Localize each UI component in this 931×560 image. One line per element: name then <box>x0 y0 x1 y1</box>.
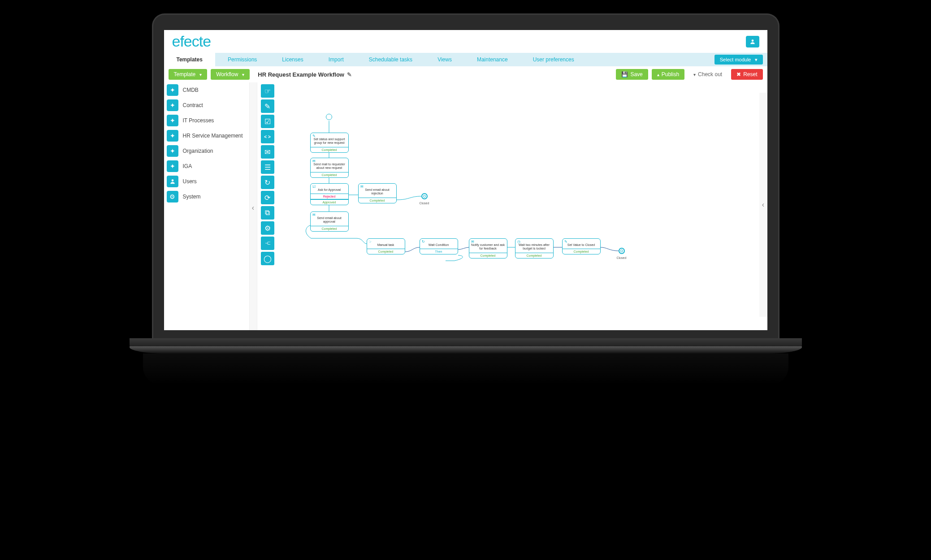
end-label: Closed <box>617 256 627 259</box>
main-nav: Templates Permissions Licenses Import Sc… <box>164 53 767 66</box>
tab-permissions[interactable]: Permissions <box>215 53 269 66</box>
collapse-sidebar-button[interactable]: ‹ <box>249 82 257 330</box>
pointer-icon: ☞ <box>368 240 373 244</box>
mail-icon: ✉ <box>360 185 364 189</box>
node-ask-approval[interactable]: ☑ Ask for Approval Rejected Approved <box>310 183 349 205</box>
check-icon: ☑ <box>312 185 316 189</box>
user-icon <box>167 176 178 187</box>
mail-icon: ✉ <box>312 159 316 163</box>
node-set-status[interactable]: ✎ Set status and support group for new r… <box>310 133 349 153</box>
sidebar-item-cmdb[interactable]: ✦CMDB <box>167 82 249 98</box>
tab-maintenance[interactable]: Maintenance <box>464 53 520 66</box>
checkout-button[interactable]: ▾Check out <box>688 69 727 80</box>
sidebar-item-users[interactable]: Users <box>167 174 249 189</box>
workflow-end-closed[interactable] <box>619 248 625 254</box>
workflow-title: HR Request Example Workflow ✎ <box>258 71 352 78</box>
refresh-icon: ↻ <box>421 240 426 244</box>
sidebar-item-org[interactable]: ✦Organization <box>167 143 249 159</box>
reset-button[interactable]: ✖Reset <box>731 69 762 80</box>
save-button[interactable]: 💾Save <box>616 69 648 80</box>
node-notify-feedback[interactable]: ✉ Notify customer and ask for feedback C… <box>469 238 507 258</box>
node-send-mail-new[interactable]: ✉ Send mail to requester about new reque… <box>310 158 349 178</box>
mail-icon: ✉ <box>471 240 475 244</box>
select-module-dropdown[interactable]: Select module <box>714 55 763 65</box>
workflow-canvas[interactable]: ✎ Set status and support group for new r… <box>257 82 767 330</box>
workflow-dropdown[interactable]: Workflow <box>211 69 250 80</box>
tab-templates[interactable]: Templates <box>164 53 215 66</box>
module-icon: ✦ <box>167 145 178 157</box>
gear-icon: ⚙ <box>167 191 178 202</box>
node-wait-condition[interactable]: ↻ Wait Condition Then <box>420 238 458 254</box>
node-wait-budget[interactable]: ◷ Wait two minutes after budget is locke… <box>515 238 554 258</box>
edit-icon: ✎ <box>564 240 568 244</box>
sidebar-item-system[interactable]: ⚙System <box>167 189 249 204</box>
collapse-right-button[interactable]: ‹ <box>759 93 767 317</box>
user-menu-button[interactable] <box>746 36 759 47</box>
module-icon: ✦ <box>167 99 178 111</box>
node-manual-task[interactable]: ☞ Manual task Completed <box>367 238 405 254</box>
tab-import[interactable]: Import <box>316 53 356 66</box>
node-set-closed[interactable]: ✎ Set Value to Closed Completed <box>562 238 601 254</box>
workflow-start[interactable] <box>326 114 332 120</box>
clock-icon: ◷ <box>517 240 521 244</box>
template-dropdown[interactable]: Template <box>169 69 208 80</box>
tab-schedulable[interactable]: Schedulable tasks <box>356 53 425 66</box>
publish-button[interactable]: Publish <box>652 69 684 80</box>
svg-point-1 <box>171 179 173 181</box>
sidebar-item-itproc[interactable]: ✦IT Processes <box>167 113 249 128</box>
tab-licenses[interactable]: Licenses <box>269 53 316 66</box>
sidebar-item-contract[interactable]: ✦Contract <box>167 98 249 113</box>
module-icon: ✦ <box>167 130 178 142</box>
edit-title-icon[interactable]: ✎ <box>347 71 352 78</box>
end-label: Closed <box>420 202 429 205</box>
workflow-end-rejected[interactable] <box>421 193 428 199</box>
brand-logo: efecte <box>172 33 211 50</box>
tab-prefs[interactable]: User preferences <box>520 53 587 66</box>
toolbar: Template Workflow HR Request Example Wor… <box>164 66 767 82</box>
node-email-rejection[interactable]: ✉ Send email about rejection Completed <box>358 183 397 203</box>
module-icon: ✦ <box>167 160 178 172</box>
mail-icon: ✉ <box>312 213 316 217</box>
sidebar-item-iga[interactable]: ✦IGA <box>167 159 249 174</box>
module-icon: ✦ <box>167 115 178 126</box>
tab-views[interactable]: Views <box>425 53 464 66</box>
node-email-approval[interactable]: ✉ Send email about approval Completed <box>310 211 349 232</box>
module-icon: ✦ <box>167 84 178 96</box>
edit-icon: ✎ <box>312 134 316 138</box>
svg-point-0 <box>751 39 753 42</box>
sidebar: ✦CMDB ✦Contract ✦IT Processes ✦HR Servic… <box>164 82 249 330</box>
sidebar-item-hr[interactable]: ✦HR Service Management <box>167 128 249 143</box>
